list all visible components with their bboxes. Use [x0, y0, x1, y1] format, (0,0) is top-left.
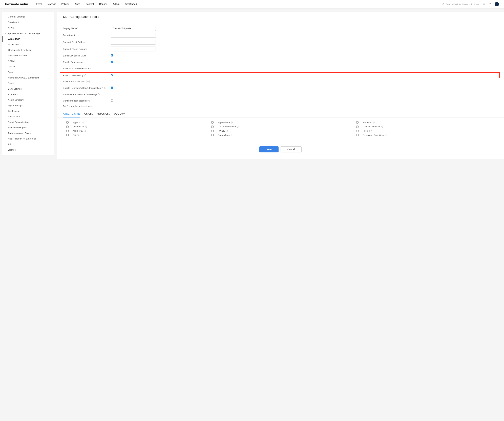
enrollment-auth-label: Enrollment authentication settings — [63, 93, 111, 96]
help-icon[interactable] — [489, 3, 492, 6]
sidebar-item-sccm[interactable]: SCCM — [2, 58, 54, 64]
nav-item-reports[interactable]: Reports — [96, 0, 110, 8]
step-checkbox[interactable] — [66, 134, 69, 136]
sidebar-item-apple-vpp[interactable]: Apple VPP — [2, 42, 54, 47]
sidebar-item-api[interactable]: API — [2, 142, 54, 147]
info-icon[interactable] — [98, 93, 100, 95]
search-box[interactable] — [442, 3, 480, 6]
step-checkbox[interactable] — [356, 126, 359, 128]
nav-item-content[interactable]: Content — [83, 0, 96, 8]
nav-item-policies[interactable]: Policies — [59, 0, 72, 8]
step-checkbox[interactable] — [211, 130, 214, 132]
nav-item-enroll[interactable]: Enroll — [33, 0, 45, 8]
nav-item-manage[interactable]: Manage — [45, 0, 59, 8]
sidebar-item-general-settings[interactable]: General Settings — [2, 14, 54, 19]
step-checkbox[interactable] — [356, 134, 359, 136]
tab-tvos-only[interactable]: tvOS Only — [114, 110, 125, 117]
cancel-button[interactable]: Cancel — [281, 146, 302, 152]
step-checkbox[interactable] — [211, 121, 214, 124]
page-title: DEP Configuration Profile — [57, 12, 504, 22]
admin-sidebar: General SettingsEnrollmentAPNsApple Busi… — [2, 12, 54, 155]
sidebar-item-brand-customization[interactable]: Brand Customization — [2, 119, 54, 125]
step-item-apple-pay: Apple Pay — [66, 130, 208, 132]
main-panel: DEP Configuration Profile Display Name* … — [57, 12, 504, 159]
sidebar-item-okta[interactable]: Okta — [2, 69, 54, 75]
sidebar-item-g-suite[interactable]: G Suite — [2, 64, 54, 69]
step-checkbox[interactable] — [211, 134, 214, 136]
info-icon[interactable] — [86, 80, 88, 83]
display-name-input[interactable] — [111, 26, 156, 31]
nav-item-admin[interactable]: Admin — [110, 0, 122, 8]
tab-ios-only[interactable]: iOS Only — [84, 110, 93, 117]
sidebar-item-enrollment[interactable]: Enrollment — [2, 19, 54, 25]
step-checkbox[interactable] — [66, 121, 69, 124]
button-row: Save Cancel — [57, 146, 504, 152]
enrollment-auth-checkbox[interactable] — [111, 93, 113, 95]
tab-macos-only[interactable]: macOS Only — [97, 110, 110, 117]
sidebar-item-active-directory[interactable]: Active Directory — [2, 97, 54, 103]
sidebar-item-email[interactable]: Email — [2, 80, 54, 86]
check-circle-icon — [371, 130, 373, 132]
allow-itunes-checkbox[interactable] — [111, 74, 113, 76]
step-label: Apple Pay — [72, 130, 83, 132]
svg-point-9 — [89, 81, 90, 82]
enable-supervision-checkbox[interactable] — [111, 61, 113, 63]
nav-item-get-started[interactable]: Get Started — [122, 0, 140, 8]
sidebar-item-apns[interactable]: APNs — [2, 25, 54, 30]
allow-mdm-removal-label: Allow MDM Profile Removal — [63, 67, 111, 70]
enable-hexnode-ui-checkbox[interactable] — [111, 87, 113, 89]
sidebar-item-geofencing[interactable]: Geofencing — [2, 108, 54, 114]
bell-icon[interactable] — [482, 3, 486, 6]
configure-user-checkbox[interactable] — [111, 99, 113, 102]
step-checkbox[interactable] — [356, 121, 359, 124]
sidebar-item-license[interactable]: License — [2, 147, 54, 153]
step-checkbox[interactable] — [66, 126, 69, 128]
step-checkbox[interactable] — [66, 130, 69, 132]
step-item-apple-id: Apple ID — [66, 121, 208, 124]
info-icon[interactable] — [84, 74, 86, 76]
sidebar-item-apple-business-school-manager[interactable]: Apple Business/School Manager — [2, 30, 54, 36]
enroll-mdm-checkbox[interactable] — [111, 54, 113, 56]
nav-item-apps[interactable]: Apps — [72, 0, 83, 8]
sidebar-item-apple-dep[interactable]: Apple DEP — [2, 36, 54, 42]
support-phone-input[interactable] — [111, 47, 156, 51]
sidebar-item-android-rom-oem-enrollment[interactable]: Android ROM/OEM Enrollment — [2, 75, 54, 80]
step-checkbox[interactable] — [211, 126, 214, 128]
enroll-mdm-label: Enroll Devices in MDM — [63, 54, 111, 57]
steps-grid: Apple IDAppearanceBiometricDiagnosticsTr… — [57, 117, 504, 136]
dep-form: Display Name* Department Support Email A… — [57, 22, 504, 107]
sidebar-item-sms-settings[interactable]: SMS Settings — [2, 86, 54, 92]
sidebar-item-label: Email — [8, 82, 14, 84]
step-item-privacy: Privacy — [211, 130, 353, 132]
svg-point-28 — [231, 134, 232, 136]
step-item-location-services: Location Services — [356, 125, 498, 128]
sidebar-item-agent-settings[interactable]: Agent Settings — [2, 103, 54, 108]
step-checkbox[interactable] — [356, 130, 359, 132]
allow-mdm-removal-checkbox[interactable] — [111, 67, 113, 69]
sidebar-item-notifications[interactable]: Notifications — [2, 114, 54, 119]
sidebar-item-azure-ad[interactable]: Azure AD — [2, 92, 54, 97]
sidebar-item-scheduled-reports[interactable]: Scheduled Reports — [2, 125, 54, 130]
search-icon — [442, 3, 444, 5]
tab-all-dep-devices[interactable]: All DEP Devices — [63, 110, 80, 117]
search-input[interactable] — [446, 3, 480, 6]
sidebar-item-label: Enrollment — [8, 21, 19, 24]
avatar[interactable] — [495, 2, 499, 6]
save-button[interactable]: Save — [259, 146, 279, 152]
support-email-input[interactable] — [111, 40, 156, 45]
top-nav: EnrollManagePoliciesAppsContentReportsAd… — [33, 0, 140, 8]
sidebar-item-android-enterprise[interactable]: Android Enterprise — [2, 53, 54, 58]
department-input[interactable] — [111, 33, 156, 38]
sidebar-item-knox-platform-for-enterprise[interactable]: Knox Platform for Enterprise — [2, 136, 54, 142]
sidebar-item-label: Scheduled Reports — [8, 126, 27, 129]
sidebar-item-label: Knox Platform for Enterprise — [8, 138, 36, 140]
svg-point-0 — [443, 3, 444, 5]
svg-point-24 — [84, 130, 86, 132]
info-icon[interactable] — [102, 87, 103, 89]
sidebar-item-configurator-enrollment[interactable]: Configurator Enrollment — [2, 47, 54, 53]
svg-point-26 — [372, 130, 373, 132]
svg-point-21 — [85, 126, 87, 127]
sidebar-item-label: Azure AD — [8, 93, 18, 96]
sidebar-item-technicians-and-roles[interactable]: Technicians and Roles — [2, 130, 54, 136]
allow-shared-checkbox[interactable] — [111, 80, 113, 82]
